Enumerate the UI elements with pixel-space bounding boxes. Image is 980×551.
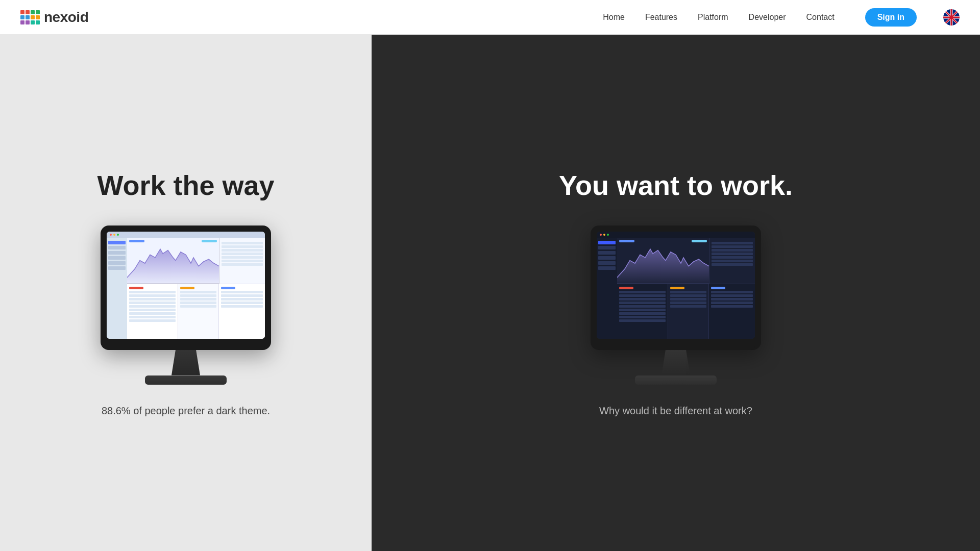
logo-icon [20,10,40,24]
right-subtext: Why would it be different at work? [599,405,752,417]
main-content: Work the way [0,0,980,551]
right-line-1d [712,242,753,244]
badge-blue [129,240,144,242]
badge-blue-brd [711,287,725,289]
bm-line-1d [670,291,706,293]
bm-line-3 [180,298,216,300]
navbar: nexoid Home Features Platform Developer … [0,0,980,35]
right-panel: You want to work. [372,35,980,551]
sidebar-item-4 [108,261,126,265]
badge-red [129,287,143,289]
monitor-chin-light [107,339,265,350]
badge-cyan [202,240,217,242]
bl-line-1 [129,291,176,293]
right-line-6d [712,260,753,262]
right-line-5d [712,256,753,259]
br-line-2d [711,294,753,297]
screen-chart-dark [617,238,709,284]
sidebar-item-5d [598,266,616,270]
bl-line-7 [129,312,176,315]
br-line-2 [221,294,263,297]
nav-platform[interactable]: Platform [698,13,728,22]
br-line-1d [711,291,753,293]
monitor-base-dark [635,375,717,385]
bl-line-6d [619,309,666,311]
logo[interactable]: nexoid [20,9,88,26]
sidebar-item-2d [598,251,616,255]
sidebar-item-active-d [598,241,616,244]
badge-orange-d [670,287,684,289]
sidebar-item-4d [598,261,616,265]
monitor-screen-dark [597,232,755,339]
chart-svg [127,238,219,283]
right-line-2 [222,245,263,248]
bl-line-2 [129,294,176,297]
sidebar-item-1 [108,246,126,249]
right-line-1 [222,242,263,244]
language-icon[interactable] [943,9,960,26]
nav-links: Home Features Platform Developer Contact… [603,8,960,27]
screen-bottom-mid [178,284,219,339]
br-line-4d [711,302,753,304]
right-line-3d [712,249,753,252]
titlebar-dot-yellow [113,234,115,236]
bl-line-6 [129,309,176,311]
right-line-3 [222,249,263,252]
bm-line-1 [180,291,216,293]
nav-features[interactable]: Features [645,13,677,22]
titlebar-dot-red-d [600,234,602,236]
screen-right-panel [219,238,265,284]
screen-content-dark [597,232,755,339]
sidebar-item-5 [108,266,126,270]
br-line-5d [711,305,753,308]
bl-line-4d [619,302,666,304]
signin-button[interactable]: Sign in [865,8,917,27]
bm-line-4d [670,302,706,304]
nav-developer[interactable]: Developer [749,13,786,22]
bl-line-2d [619,294,666,297]
screen-bottom-right [219,284,265,339]
dark-monitor [591,226,761,385]
left-panel: Work the way [0,35,372,551]
right-line-6 [222,260,263,262]
bl-line-9d [619,319,666,322]
nav-home[interactable]: Home [603,13,625,22]
bl-line-5 [129,305,176,308]
bl-line-3d [619,298,666,300]
left-heading: Work the way [97,169,274,201]
screen-content-light [107,232,265,339]
br-line-3d [711,298,753,300]
bl-line-3 [129,298,176,300]
monitor-stand-light [165,350,206,375]
bl-line-8 [129,316,176,318]
right-line-5 [222,256,263,259]
monitor-body-dark [591,226,761,350]
right-line-4d [712,253,753,255]
sidebar-item-1d [598,246,616,249]
titlebar-dot-red [110,234,112,236]
bl-line-1d [619,291,666,293]
titlebar-dot-green-d [607,234,609,236]
screen-sidebar [107,238,127,339]
left-subtext: 88.6% of people prefer a dark theme. [102,405,270,417]
titlebar-dot-green [117,234,119,236]
bm-line-3d [670,298,706,300]
screen-right-panel-dark [709,238,755,284]
badge-blue-d [619,240,634,242]
br-line-5 [221,305,263,308]
sidebar-item-3 [108,256,126,260]
nav-contact[interactable]: Contact [806,13,835,22]
screen-sidebar-dark [597,238,617,339]
right-line-2d [712,245,753,248]
light-monitor [101,226,271,385]
monitor-screen-light [107,232,265,339]
sidebar-item-3d [598,256,616,260]
bl-line-4 [129,302,176,304]
badge-red-d [619,287,633,289]
monitor-body-light [101,226,271,350]
right-heading: You want to work. [559,169,793,201]
right-line-4 [222,253,263,255]
badge-cyan-d [692,240,707,242]
screen-chart [127,238,219,284]
screen-bottom-mid-dark [668,284,709,339]
